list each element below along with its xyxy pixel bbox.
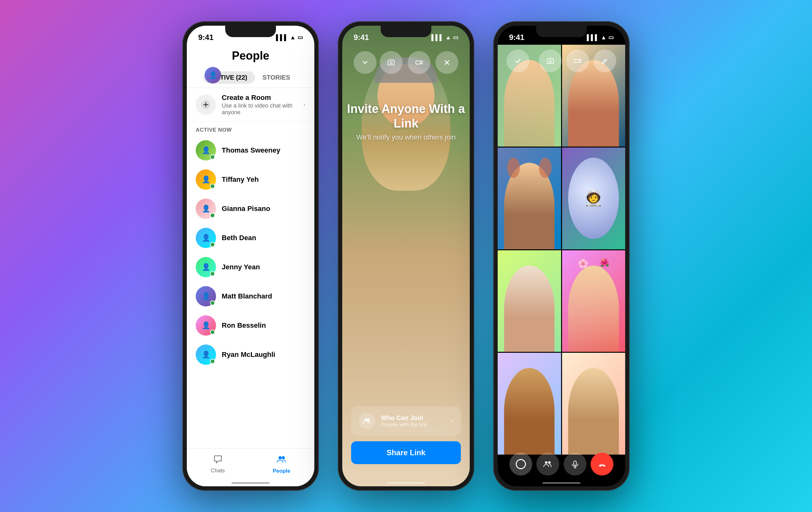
bottom-nav: Chats People	[187, 448, 314, 486]
svg-point-5	[365, 419, 367, 421]
battery-icon: ▭	[453, 34, 458, 41]
notch-2	[381, 26, 431, 37]
svg-rect-8	[574, 59, 579, 62]
home-indicator	[232, 482, 270, 484]
participant-face-8	[568, 368, 619, 455]
person-name: Gianna Pisano	[222, 205, 270, 213]
online-indicator	[210, 301, 215, 306]
create-room-subtitle: Use a link to video chat with anyone	[222, 103, 297, 116]
list-item[interactable]: 👤 Tiffany Yeh	[187, 165, 314, 194]
video-button[interactable]	[408, 51, 430, 74]
avatar-wrap: 👤	[196, 286, 216, 307]
list-item[interactable]: 👤 Thomas Sweeney	[187, 136, 314, 165]
share-link-button[interactable]: Share Link	[351, 441, 461, 464]
avatar-wrap: 👤	[196, 315, 216, 336]
check-button[interactable]	[506, 50, 529, 72]
edit-icon[interactable]	[593, 50, 616, 72]
call-top-controls	[498, 50, 625, 72]
page-title: People	[193, 49, 308, 62]
grid-cell-7	[498, 353, 561, 455]
mute-button[interactable]	[563, 453, 586, 476]
local-video-button[interactable]	[510, 453, 532, 476]
call-controls-bottom	[498, 448, 625, 480]
active-now-label: ACTIVE NOW	[187, 122, 314, 136]
notch-3	[536, 26, 587, 37]
chevron-right-icon: ›	[303, 101, 306, 109]
status-icons-3: ▌▌▌ ▲ ▭	[587, 34, 614, 41]
status-time-2: 9:41	[354, 33, 369, 42]
invite-title: Invite Anyone With a Link	[342, 102, 470, 131]
home-indicator-3	[542, 482, 580, 484]
create-room-row[interactable]: Create a Room Use a link to video chat w…	[187, 88, 314, 122]
person-name: Ron Besselin	[222, 321, 266, 330]
online-indicator	[210, 213, 215, 218]
person-name: Jenny Yean	[222, 263, 260, 271]
minimize-button[interactable]	[354, 51, 377, 74]
close-button[interactable]	[435, 51, 458, 74]
phone-1: 9:41 ▌▌▌ ▲ ▭ 👤 People ACTIVE (22) STORIE…	[182, 21, 319, 491]
video-button-3[interactable]	[566, 50, 589, 72]
grid-cell-3	[498, 147, 561, 249]
filter-ear-right	[539, 158, 552, 178]
nav-people[interactable]: People	[273, 454, 291, 474]
avatar-wrap: 👤	[196, 140, 216, 161]
status-icons-2: ▌▌▌ ▲ ▭	[431, 34, 458, 41]
nav-chats-label: Chats	[211, 467, 225, 474]
list-item[interactable]: 👤 Jenny Yean	[187, 253, 314, 282]
wifi-icon: ▲	[290, 34, 296, 41]
video-controls-top	[342, 51, 470, 74]
online-indicator	[210, 359, 215, 364]
svg-point-9	[545, 461, 548, 464]
flower-filter: 🌸	[578, 258, 589, 269]
create-room-text: Create a Room Use a link to video chat w…	[222, 93, 297, 116]
who-text: Who Can Join People with the link	[381, 414, 445, 428]
svg-rect-11	[574, 461, 576, 465]
filter-ear-left	[507, 158, 520, 178]
svg-rect-4	[416, 61, 420, 64]
list-item[interactable]: 👤 Ron Besselin	[187, 311, 314, 340]
list-item[interactable]: 👤 Matt Blanchard	[187, 282, 314, 311]
signal-icon: ▌▌▌	[276, 34, 288, 41]
status-icons-1: ▌▌▌ ▲ ▭	[276, 34, 303, 41]
who-subtitle: People with the link	[381, 422, 445, 428]
person-name: Thomas Sweeney	[222, 146, 281, 154]
avatar-wrap: 👤	[196, 257, 216, 277]
svg-point-10	[548, 461, 551, 464]
grid-cell-5	[498, 250, 561, 352]
participants-button[interactable]	[536, 453, 559, 476]
who-title: Who Can Join	[381, 414, 445, 422]
create-room-icon	[196, 94, 216, 115]
person-name: Matt Blanchard	[222, 292, 272, 301]
invite-overlay: Invite Anyone With a Link We'll notify y…	[342, 102, 470, 141]
battery-icon: ▭	[297, 34, 303, 41]
wifi-icon: ▲	[445, 34, 451, 41]
people-icon	[277, 454, 287, 467]
phone-2: 9:41 ▌▌▌ ▲ ▭	[338, 21, 474, 491]
flower-filter-2: 🌺	[600, 258, 609, 267]
end-call-button[interactable]	[590, 453, 613, 476]
profile-avatar[interactable]: 👤	[205, 67, 221, 83]
svg-point-3	[390, 62, 393, 64]
people-header: 👤 People	[187, 45, 314, 67]
grid-cell-8	[562, 353, 626, 455]
online-indicator	[210, 184, 215, 189]
list-item[interactable]: 👤 Beth Dean	[187, 223, 314, 253]
person-name: Ryan McLaughli	[222, 350, 275, 359]
signal-icon: ▌▌▌	[587, 34, 599, 41]
flip-camera-button-3[interactable]	[539, 50, 562, 72]
who-can-join-row[interactable]: Who Can Join People with the link ›	[351, 406, 461, 435]
grid-cell-6: 🌸 🌺	[562, 250, 626, 352]
tab-stories[interactable]: STORIES	[255, 72, 298, 84]
people-list: 👤 Thomas Sweeney 👤 Tiffany Yeh 👤 Gianna …	[187, 136, 314, 369]
nav-chats[interactable]: Chats	[211, 455, 225, 474]
svg-point-7	[549, 60, 552, 62]
grid-cell-4: 🧑‍🚀	[562, 147, 626, 249]
nav-people-label: People	[273, 468, 291, 474]
circle-btn-icon	[516, 459, 526, 469]
flip-camera-button[interactable]	[380, 51, 403, 74]
list-item[interactable]: 👤 Gianna Pisano	[187, 194, 314, 223]
notch-1	[225, 26, 276, 37]
online-indicator	[210, 154, 215, 160]
person-name: Tiffany Yeh	[222, 175, 259, 184]
list-item[interactable]: 👤 Ryan McLaughli	[187, 340, 314, 369]
